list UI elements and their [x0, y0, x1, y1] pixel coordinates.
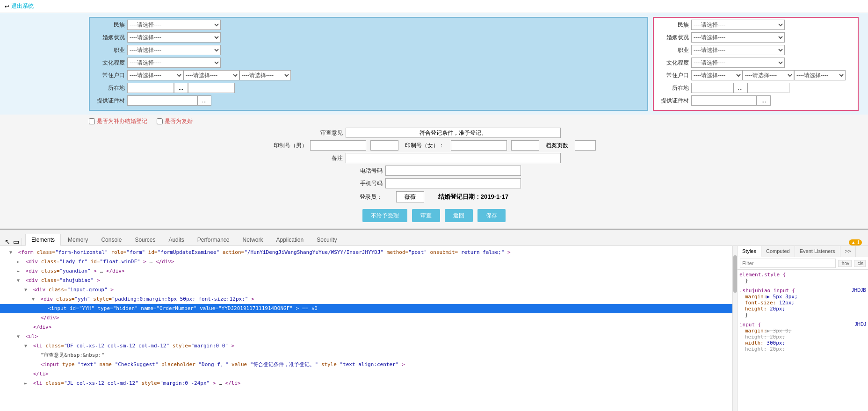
- styles-tab-computed[interactable]: Computed: [761, 246, 795, 257]
- btn-id-left[interactable]: ...: [197, 95, 211, 106]
- styles-cls-btn[interactable]: .cls: [854, 260, 866, 267]
- html-line-li-jl[interactable]: ► <li class="JL col-xs-12 col-md-12" sty…: [0, 379, 732, 388]
- logout-icon: ↩: [5, 3, 9, 10]
- label-archive: 档案页数: [546, 142, 568, 150]
- input-mobile[interactable]: [385, 178, 521, 188]
- input-id-left[interactable]: [127, 95, 197, 106]
- html-line-yyh-div[interactable]: ▼ <div class="yyh" style="padding:0;marg…: [0, 295, 732, 304]
- tab-performance[interactable]: Performance: [191, 234, 236, 245]
- select-ethnicity-left[interactable]: ----请选择----: [127, 20, 221, 30]
- form-row-id-left: 提供证件材 ...: [94, 95, 643, 106]
- select-household-left-2[interactable]: ----请选择----: [183, 70, 239, 80]
- select-ethnicity-right[interactable]: ----请选择----: [691, 20, 785, 30]
- input-location-right2[interactable]: [747, 83, 789, 93]
- input-review[interactable]: [346, 128, 561, 138]
- btn-location-right[interactable]: ...: [733, 83, 747, 93]
- style-rule-element-close: }: [739, 278, 866, 284]
- input-print-female[interactable]: [451, 140, 507, 151]
- btn-id-right[interactable]: ...: [757, 95, 771, 106]
- checkbox-remarriage-input[interactable]: [157, 118, 163, 124]
- triangle-li-df: ▼: [24, 342, 30, 350]
- label-edu-left: 文化程度: [94, 59, 125, 67]
- label-id-right: 提供证件材: [658, 97, 689, 105]
- registrar-name-input[interactable]: [396, 191, 424, 202]
- html-line-form[interactable]: ▼ <form class="form-horizontal" role="fo…: [0, 248, 732, 257]
- styles-panel: Styles Computed Event Listeners >> :hov …: [737, 246, 868, 411]
- tab-application[interactable]: Application: [270, 234, 310, 245]
- select-marriage-right[interactable]: ----请选择----: [691, 32, 785, 43]
- label-household-left: 常住户口: [94, 72, 125, 79]
- select-household-right-3[interactable]: ----请选择----: [794, 70, 846, 80]
- tab-elements[interactable]: Elements: [25, 234, 61, 246]
- input-archive[interactable]: [575, 140, 596, 151]
- html-line-li-df[interactable]: ▼ <li class="DF col-xs-12 col-sm-12 col-…: [0, 341, 732, 351]
- select-edu-right[interactable]: ----请选择----: [691, 58, 785, 68]
- tab-console[interactable]: Console: [95, 234, 128, 245]
- label-review: 审查意见: [308, 129, 343, 137]
- info-row-phone: 电话号码: [347, 166, 521, 176]
- elements-panel: ▼ <form class="form-horizontal" role="fo…: [0, 246, 732, 411]
- label-job-left: 职业: [94, 46, 125, 54]
- select-job-right[interactable]: ----请选择----: [691, 45, 785, 55]
- tab-sources[interactable]: Sources: [129, 234, 161, 245]
- html-line-input-group[interactable]: ▼ <div class="input-group" >: [0, 285, 732, 295]
- html-line-yuandian[interactable]: ► <div class="yuandian" > … </div>: [0, 267, 732, 276]
- styles-filter-input[interactable]: [740, 259, 836, 268]
- input-print-male2[interactable]: [370, 140, 398, 151]
- html-line-text-review: "审查意见&nbsp;&nbsp;": [0, 351, 732, 360]
- html-line-close-li[interactable]: </li>: [0, 369, 732, 379]
- select-household-left-1[interactable]: ----请选择----: [127, 70, 183, 80]
- btn-location-left[interactable]: ...: [174, 83, 188, 93]
- checkbox-remarriage[interactable]: 是否为复婚: [157, 117, 193, 125]
- scrollbar-thumb[interactable]: [733, 255, 737, 293]
- html-line-ul[interactable]: ▼ <ul>: [0, 332, 732, 341]
- input-phone[interactable]: [385, 166, 521, 176]
- styles-hov-btn[interactable]: :hov: [838, 260, 852, 267]
- elements-scrollbar[interactable]: [732, 246, 737, 411]
- styles-content: element.style { } .shujubiao input { JHD…: [738, 270, 868, 411]
- html-line-close-div2[interactable]: </div>: [0, 323, 732, 332]
- btn-save[interactable]: 保存: [477, 209, 506, 222]
- tab-security[interactable]: Security: [311, 234, 343, 245]
- tab-memory[interactable]: Memory: [62, 234, 94, 245]
- checkbox-supplement-input[interactable]: [89, 118, 95, 124]
- tab-audits[interactable]: Audits: [162, 234, 190, 245]
- input-print-female2[interactable]: [511, 140, 539, 151]
- form-row-household-left: 常住户口 ----请选择---- ----请选择---- ----请选择----: [94, 70, 643, 80]
- select-edu-left[interactable]: ----请选择----: [127, 58, 221, 68]
- styles-tab-more[interactable]: >>: [840, 246, 856, 257]
- btn-back[interactable]: 返回: [445, 209, 473, 222]
- tab-network[interactable]: Network: [237, 234, 269, 245]
- input-id-right[interactable]: [691, 95, 757, 106]
- styles-tabs: Styles Computed Event Listeners >>: [738, 246, 868, 257]
- html-line-input-check[interactable]: <input type="text" name="CheckSuggest" p…: [0, 360, 732, 369]
- input-location-left2[interactable]: [188, 83, 235, 93]
- label-ethnicity-right: 民族: [658, 21, 689, 29]
- input-print-male[interactable]: [310, 140, 366, 151]
- select-household-left-3[interactable]: ----请选择----: [239, 70, 291, 80]
- html-line-close-div1[interactable]: </div>: [0, 313, 732, 323]
- html-line-lady[interactable]: ► <div class="Lady fr" id="float-winDF" …: [0, 257, 732, 267]
- cursor-icon[interactable]: ↖: [5, 238, 10, 245]
- checkbox-section: 是否为补办结婚登记 是否为复婚: [0, 117, 868, 125]
- select-job-left[interactable]: ----请选择----: [127, 45, 221, 55]
- html-line-shujubiao[interactable]: ▼ <div class="shujubiao" >: [0, 276, 732, 285]
- input-location-right[interactable]: [691, 83, 733, 93]
- input-location-left[interactable]: [127, 83, 174, 93]
- html-line-input-yyh[interactable]: <input id="YYH" type="hidden" name="Orde…: [0, 304, 732, 313]
- select-household-right-2[interactable]: ----请选择----: [743, 70, 794, 80]
- btn-review[interactable]: 审查: [412, 209, 440, 222]
- input-remark[interactable]: [346, 153, 561, 163]
- select-marriage-left[interactable]: ----请选择----: [127, 32, 221, 43]
- btn-refuse[interactable]: 不给予受理: [362, 209, 407, 222]
- styles-tab-event-listeners[interactable]: Event Listeners: [795, 246, 840, 257]
- style-rule-shujubiao-margin: margin:▶ 5px 3px;: [739, 294, 866, 300]
- select-household-right-1[interactable]: ----请选择----: [691, 70, 743, 80]
- style-rule-input-margin: margin:▶ 3px 0;: [739, 328, 866, 334]
- triangle-li-jl: ►: [24, 379, 30, 388]
- device-icon[interactable]: ▭: [13, 238, 19, 245]
- styles-tab-styles[interactable]: Styles: [738, 246, 761, 257]
- checkbox-supplement[interactable]: 是否为补办结婚登记: [89, 117, 147, 125]
- logout-link[interactable]: 退出系统: [11, 2, 34, 10]
- top-bar: ↩ 退出系统: [0, 0, 868, 13]
